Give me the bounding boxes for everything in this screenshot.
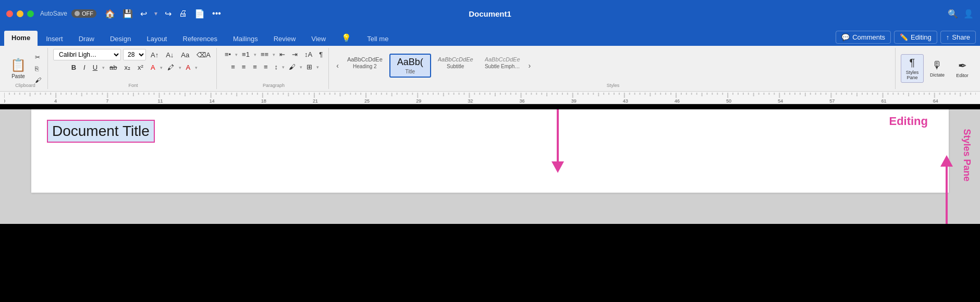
cut-button[interactable]: ✂ xyxy=(32,52,44,62)
align-left-button[interactable]: ≡ xyxy=(228,61,238,72)
style-title-label: Title xyxy=(406,69,415,74)
tab-insert[interactable]: Insert xyxy=(39,32,70,46)
decrease-indent-button[interactable]: ⇤ xyxy=(277,49,288,60)
tab-draw[interactable]: Draw xyxy=(71,32,102,46)
highlight-arrow[interactable]: ▾ xyxy=(179,65,181,70)
clear-format-button[interactable]: ⌫A xyxy=(194,49,213,60)
font-color-arrow[interactable]: ▾ xyxy=(160,65,163,70)
comments-icon: 💬 xyxy=(841,33,850,41)
multilevel-button[interactable]: ≡≡ xyxy=(258,49,271,60)
tab-home[interactable]: Home xyxy=(4,31,38,46)
ribbon-tabs: Home Insert Draw Design Layout Reference… xyxy=(0,27,980,46)
font-shrink-button[interactable]: A↓ xyxy=(163,49,176,60)
paragraph-label: Paragraph xyxy=(263,83,285,88)
save-icon[interactable]: 💾 xyxy=(123,9,133,19)
font-color-button[interactable]: A xyxy=(148,62,158,73)
text-color-arrow[interactable]: ▾ xyxy=(195,65,198,70)
tab-mailings[interactable]: Mailings xyxy=(226,32,265,46)
print-icon[interactable]: 🖨 xyxy=(179,9,187,18)
paste-button[interactable]: 📋 Paste xyxy=(6,56,30,81)
tab-references[interactable]: References xyxy=(176,32,225,46)
font-row2: B I U ▾ ab x₂ x² A ▾ 🖍 ▾ A ▾ xyxy=(69,62,198,73)
file-icon[interactable]: 📄 xyxy=(194,9,205,19)
underline-button[interactable]: U xyxy=(90,62,100,73)
bullets-button[interactable]: ≡• xyxy=(222,49,234,60)
line-spacing-arrow[interactable]: ▾ xyxy=(282,65,285,70)
styles-prev-button[interactable]: ‹ xyxy=(334,59,341,72)
change-case-button[interactable]: Aa xyxy=(178,49,192,60)
share-label: Share xyxy=(952,33,970,41)
underline-arrow[interactable]: ▾ xyxy=(102,65,105,70)
superscript-button[interactable]: x² xyxy=(135,62,146,73)
style-subtitle[interactable]: AaBbCcDdEe Subtitle xyxy=(433,54,478,78)
minimize-button[interactable] xyxy=(17,10,23,17)
redo-icon[interactable]: ↪ xyxy=(165,9,172,19)
autosave-toggle[interactable]: OFF xyxy=(71,9,96,18)
shading-button[interactable]: 🖌 xyxy=(286,61,298,72)
close-button[interactable] xyxy=(6,10,13,17)
style-heading2-label: Heading 2 xyxy=(353,64,377,69)
style-subtle-emph[interactable]: AaBbCcDdEe Subtle Emph… xyxy=(480,54,525,78)
borders-button[interactable]: ⊞ xyxy=(304,61,315,72)
shading-arrow[interactable]: ▾ xyxy=(300,65,302,70)
user-icon[interactable]: 👤 xyxy=(963,9,974,19)
style-subtle-emph-preview: AaBbCcDdEe xyxy=(485,56,520,62)
borders-arrow[interactable]: ▾ xyxy=(316,65,319,70)
styles-next-button[interactable]: › xyxy=(526,59,533,72)
font-family-select[interactable]: Calibri Ligh… xyxy=(53,49,121,60)
align-center-button[interactable]: ≡ xyxy=(239,61,249,72)
dictate-button[interactable]: 🎙 Dictate xyxy=(926,57,949,80)
more-icon[interactable]: ••• xyxy=(212,9,221,18)
font-group: Calibri Ligh… 28 A↑ A↓ Aa ⌫A B I U ▾ ab … xyxy=(50,48,217,89)
comments-label: Comments xyxy=(852,33,885,41)
style-title[interactable]: AaBb( Title xyxy=(389,54,431,78)
share-button[interactable]: ↑ Share xyxy=(940,31,976,44)
bullets-arrow[interactable]: ▾ xyxy=(235,52,238,57)
show-para-button[interactable]: ¶ xyxy=(316,49,325,60)
maximize-button[interactable] xyxy=(27,10,34,17)
document-title-text[interactable]: Document Title xyxy=(47,120,155,143)
line-spacing-button[interactable]: ↕ xyxy=(272,61,281,72)
titlebar-icons: 🏠 💾 ↩ ▾ ↪ 🖨 📄 ••• xyxy=(105,9,221,19)
multilevel-arrow[interactable]: ▾ xyxy=(273,52,275,57)
bold-button[interactable]: B xyxy=(69,62,79,73)
tab-tell-me[interactable]: Tell me xyxy=(360,32,396,46)
numbering-arrow[interactable]: ▾ xyxy=(254,52,256,57)
undo-icon[interactable]: ↩ xyxy=(140,9,147,19)
tab-design[interactable]: Design xyxy=(103,32,138,46)
styles-pane-button[interactable]: ¶ Styles Pane xyxy=(901,54,924,83)
tab-view[interactable]: View xyxy=(304,32,333,46)
styles-pane-label: Styles Pane xyxy=(906,70,919,80)
para-row1: ≡• ▾ ≡1 ▾ ≡≡ ▾ ⇤ ⇥ ↕A ¶ xyxy=(222,49,325,60)
align-right-button[interactable]: ≡ xyxy=(250,61,260,72)
search-icon[interactable]: 🔍 xyxy=(948,9,958,19)
autosave-label: AutoSave xyxy=(40,10,67,17)
sort-button[interactable]: ↕A xyxy=(302,49,315,60)
toggle-dot xyxy=(75,11,80,16)
justify-button[interactable]: ≡ xyxy=(261,61,271,72)
editor-button[interactable]: ✒ Editor xyxy=(951,57,974,80)
tab-layout[interactable]: Layout xyxy=(139,32,174,46)
style-subtitle-label: Subtitle xyxy=(447,64,464,69)
numbering-button[interactable]: ≡1 xyxy=(239,49,252,60)
strikethrough-button[interactable]: ab xyxy=(107,62,119,73)
ruler xyxy=(0,92,980,104)
italic-button[interactable]: I xyxy=(81,62,88,73)
ruler-canvas xyxy=(4,93,976,103)
style-heading2[interactable]: AaBbCcDdEe Heading 2 xyxy=(342,54,387,78)
text-color-button[interactable]: A xyxy=(183,62,193,73)
subscript-button[interactable]: x₂ xyxy=(122,62,133,73)
editor-label: Editor xyxy=(956,73,969,78)
highlight-button[interactable]: 🖍 xyxy=(165,62,177,73)
copy-button[interactable]: ⎘ xyxy=(32,64,44,74)
editing-button[interactable]: ✏️ Editing xyxy=(894,31,937,44)
tab-lightbulb[interactable]: 💡 xyxy=(334,30,359,46)
tab-review[interactable]: Review xyxy=(266,32,303,46)
font-row1: Calibri Ligh… 28 A↑ A↓ Aa ⌫A xyxy=(53,49,213,60)
comments-button[interactable]: 💬 Comments xyxy=(836,31,891,44)
font-size-select[interactable]: 28 xyxy=(123,49,146,60)
increase-indent-button[interactable]: ⇥ xyxy=(289,49,300,60)
font-grow-button[interactable]: A↑ xyxy=(148,49,161,60)
paste-icon: 📋 xyxy=(10,58,26,72)
home-icon[interactable]: 🏠 xyxy=(105,9,115,19)
